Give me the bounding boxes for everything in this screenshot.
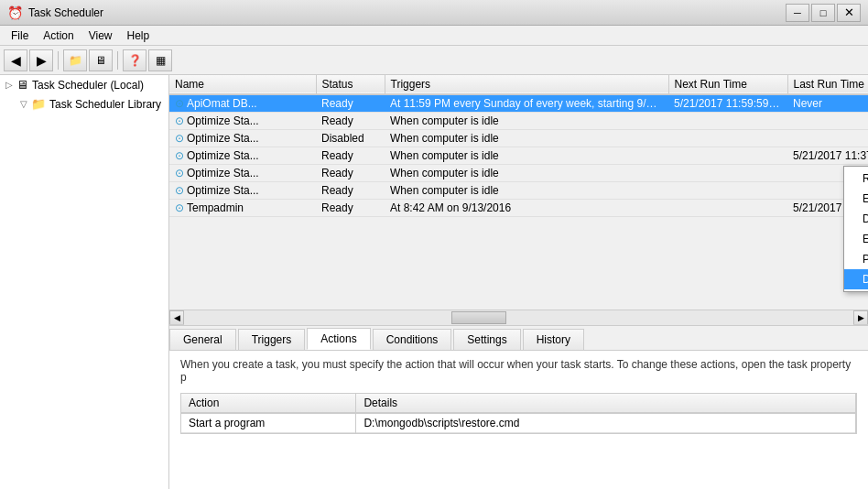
table-row[interactable]: ⊙ApiOmat DB...ReadyAt 11:59 PM every Sun… bbox=[169, 94, 868, 113]
task-last-run-cell: 5/21/2017 11:37 PM bbox=[787, 147, 868, 165]
expand-icon: ▷ bbox=[5, 80, 13, 90]
table-row[interactable]: ⊙Optimize Sta...ReadyWhen computer is id… bbox=[169, 165, 868, 182]
task-triggers-cell: When computer is idle bbox=[385, 113, 668, 130]
context-menu-item-export---[interactable]: Export... bbox=[844, 229, 868, 249]
context-menu-item-run[interactable]: Run bbox=[844, 168, 868, 189]
task-list[interactable]: Name Status Triggers Next Run Time Last … bbox=[169, 75, 868, 310]
task-status-cell: Ready bbox=[316, 113, 385, 130]
task-triggers-cell: When computer is idle bbox=[385, 165, 668, 182]
title-bar-left: ⏰ Task Scheduler bbox=[7, 5, 103, 20]
task-triggers-cell: When computer is idle bbox=[385, 182, 668, 200]
action-col-details: Details bbox=[356, 394, 856, 413]
task-next-run-cell bbox=[668, 165, 787, 182]
action-cell-details: D:\mongodb\scripts\restore.cmd bbox=[356, 413, 856, 433]
table-row[interactable]: ⊙Optimize Sta...ReadyWhen computer is id… bbox=[169, 182, 868, 200]
toolbar-separator-1 bbox=[58, 51, 59, 70]
maximize-button[interactable]: □ bbox=[811, 4, 835, 22]
task-next-run-cell bbox=[668, 130, 787, 147]
tab-general[interactable]: General bbox=[169, 329, 236, 350]
back-button[interactable]: ◀ bbox=[4, 49, 27, 71]
tab-content: When you create a task, you must specify… bbox=[169, 351, 868, 441]
action-table: Action Details Start a program D:\mongod… bbox=[181, 394, 856, 433]
col-header-next[interactable]: Next Run Time bbox=[668, 75, 787, 94]
task-triggers-cell: When computer is idle bbox=[385, 130, 668, 147]
table-row[interactable]: ⊙Optimize Sta...ReadyWhen computer is id… bbox=[169, 113, 868, 130]
menu-file[interactable]: File bbox=[4, 27, 36, 44]
forward-button[interactable]: ▶ bbox=[29, 49, 53, 71]
task-name-cell: ⊙ApiOmat DB... bbox=[169, 94, 316, 113]
expand-icon-2: ▽ bbox=[20, 99, 27, 109]
action-table-container: Action Details Start a program D:\mongod… bbox=[180, 393, 857, 434]
main-layout: ▷ 🖥 Task Scheduler (Local) ▽ 📁 Task Sche… bbox=[0, 75, 868, 489]
task-last-run-cell bbox=[787, 130, 868, 147]
minimize-button[interactable]: ─ bbox=[786, 4, 809, 22]
tab-conditions[interactable]: Conditions bbox=[373, 329, 452, 350]
folder-button[interactable]: 📁 bbox=[63, 49, 87, 71]
action-cell-type: Start a program bbox=[181, 413, 356, 433]
col-header-triggers[interactable]: Triggers bbox=[385, 75, 668, 94]
menu-view[interactable]: View bbox=[81, 27, 120, 44]
task-table: Name Status Triggers Next Run Time Last … bbox=[169, 75, 868, 217]
tab-actions[interactable]: Actions bbox=[307, 328, 370, 350]
left-panel: ▷ 🖥 Task Scheduler (Local) ▽ 📁 Task Sche… bbox=[0, 75, 169, 489]
scroll-right-button[interactable]: ▶ bbox=[853, 310, 868, 325]
sidebar-item-task-scheduler-local[interactable]: ▷ 🖥 Task Scheduler (Local) bbox=[0, 75, 168, 94]
sidebar-item-task-library[interactable]: ▽ 📁 Task Scheduler Library bbox=[0, 94, 168, 114]
task-table-body: ⊙ApiOmat DB...ReadyAt 11:59 PM every Sun… bbox=[169, 94, 868, 217]
help-button[interactable]: ❓ bbox=[123, 49, 146, 71]
sidebar-item-label-local: Task Scheduler (Local) bbox=[32, 79, 144, 92]
task-clock-icon: ⊙ bbox=[175, 132, 184, 145]
task-status-cell: Ready bbox=[316, 94, 385, 113]
menu-action[interactable]: Action bbox=[36, 27, 81, 44]
action-row: Start a program D:\mongodb\scripts\resto… bbox=[181, 413, 856, 433]
context-menu-item-delete[interactable]: Delete bbox=[844, 269, 868, 289]
view-button[interactable]: ▦ bbox=[148, 49, 172, 71]
tab-triggers[interactable]: Triggers bbox=[238, 329, 306, 350]
task-name-cell: ⊙Optimize Sta... bbox=[169, 147, 316, 165]
scroll-thumb[interactable] bbox=[451, 311, 506, 324]
title-bar: ⏰ Task Scheduler ─ □ ✕ bbox=[0, 0, 868, 26]
col-header-status[interactable]: Status bbox=[316, 75, 385, 94]
tab-settings[interactable]: Settings bbox=[453, 329, 520, 350]
window-title: Task Scheduler bbox=[28, 6, 103, 19]
table-row[interactable]: ⊙TempadminReadyAt 8:42 AM on 9/13/20165/… bbox=[169, 200, 868, 217]
folder-icon: 📁 bbox=[31, 97, 46, 111]
task-triggers-cell: At 11:59 PM every Sunday of every week, … bbox=[385, 94, 668, 113]
computer-icon: 🖥 bbox=[16, 78, 28, 92]
toolbar-separator-2 bbox=[117, 51, 118, 70]
task-next-run-cell bbox=[668, 147, 787, 165]
task-status-cell: Disabled bbox=[316, 130, 385, 147]
task-status-cell: Ready bbox=[316, 200, 385, 217]
computer-button[interactable]: 🖥 bbox=[89, 49, 113, 71]
task-name-cell: ⊙Tempadmin bbox=[169, 200, 316, 217]
table-row[interactable]: ⊙Optimize Sta...ReadyWhen computer is id… bbox=[169, 147, 868, 165]
task-next-run-cell bbox=[668, 182, 787, 200]
tabs-bar: GeneralTriggersActionsConditionsSettings… bbox=[169, 326, 868, 351]
horizontal-scrollbar[interactable]: ◀ ▶ bbox=[169, 310, 868, 324]
bottom-panel: GeneralTriggersActionsConditionsSettings… bbox=[169, 324, 868, 489]
col-header-last[interactable]: Last Run Time bbox=[787, 75, 868, 94]
col-header-name[interactable]: Name bbox=[169, 75, 316, 94]
task-status-cell: Ready bbox=[316, 165, 385, 182]
scroll-track[interactable] bbox=[184, 310, 853, 325]
task-clock-icon: ⊙ bbox=[175, 184, 184, 197]
action-col-action: Action bbox=[181, 394, 356, 413]
scroll-left-button[interactable]: ◀ bbox=[169, 310, 184, 325]
task-clock-icon: ⊙ bbox=[175, 114, 184, 127]
task-clock-icon: ⊙ bbox=[175, 167, 184, 179]
context-menu-item-end[interactable]: End bbox=[844, 189, 868, 209]
task-next-run-cell: 5/21/2017 11:59:59 PM bbox=[668, 94, 787, 113]
context-menu-item-properties[interactable]: Properties bbox=[844, 249, 868, 269]
context-menu-item-disable[interactable]: Disable bbox=[844, 209, 868, 229]
context-menu: RunEndDisableExport...PropertiesDelete bbox=[843, 166, 868, 292]
task-status-cell: Ready bbox=[316, 147, 385, 165]
tab-history[interactable]: History bbox=[523, 329, 584, 350]
task-clock-icon: ⊙ bbox=[175, 201, 184, 214]
close-button[interactable]: ✕ bbox=[837, 4, 861, 22]
menu-help[interactable]: Help bbox=[120, 27, 157, 44]
menu-bar: File Action View Help bbox=[0, 26, 868, 46]
task-name-cell: ⊙Optimize Sta... bbox=[169, 130, 316, 147]
toolbar: ◀ ▶ 📁 🖥 ❓ ▦ bbox=[0, 46, 868, 75]
table-row[interactable]: ⊙Optimize Sta...DisabledWhen computer is… bbox=[169, 130, 868, 147]
task-clock-icon: ⊙ bbox=[175, 97, 184, 110]
